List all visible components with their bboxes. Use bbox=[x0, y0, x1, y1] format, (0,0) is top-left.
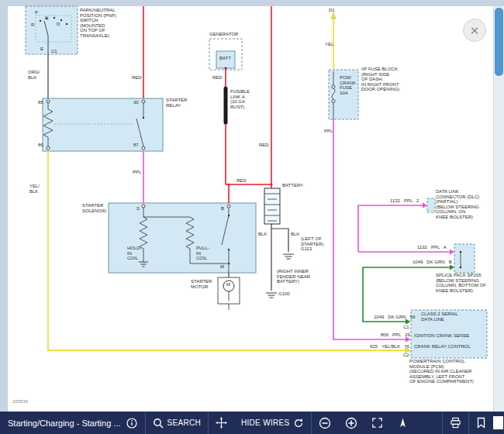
zoom-out-icon bbox=[319, 417, 331, 429]
printer-icon bbox=[450, 417, 461, 429]
search-button-label: SEARCH bbox=[167, 418, 201, 427]
hide-wires-label: HIDE WIRES bbox=[241, 418, 289, 427]
pan-tool-button[interactable] bbox=[209, 412, 234, 434]
diagram-canvas[interactable] bbox=[8, 6, 494, 412]
scrollbar-thumb[interactable] bbox=[495, 8, 503, 76]
zoom-in-button[interactable] bbox=[338, 412, 364, 434]
close-button[interactable]: ✕ bbox=[463, 19, 486, 42]
search-icon bbox=[153, 418, 164, 429]
refresh-icon bbox=[293, 418, 304, 429]
scrollbar-corner bbox=[493, 416, 503, 429]
fit-screen-icon bbox=[371, 417, 383, 429]
bookmark-button[interactable] bbox=[469, 412, 493, 434]
print-button[interactable] bbox=[443, 412, 468, 434]
info-icon[interactable] bbox=[126, 418, 137, 429]
bottom-toolbar: Starting/Charging - Starting ... SEARCH … bbox=[0, 412, 504, 434]
hide-wires-button[interactable]: HIDE WIRES bbox=[234, 412, 311, 434]
zoom-out-button[interactable] bbox=[312, 412, 338, 434]
search-button[interactable]: SEARCH bbox=[146, 412, 208, 434]
diagram-title-area: Starting/Charging - Starting ... bbox=[0, 418, 145, 429]
vertical-scrollbar[interactable] bbox=[493, 6, 504, 412]
pan-icon bbox=[216, 417, 227, 429]
fit-screen-button[interactable] bbox=[364, 412, 390, 434]
close-icon: ✕ bbox=[470, 24, 480, 37]
compass-button[interactable] bbox=[390, 412, 416, 434]
compass-icon bbox=[397, 417, 409, 429]
diagram-title: Starting/Charging - Starting ... bbox=[8, 418, 121, 428]
bookmark-icon bbox=[476, 417, 486, 429]
zoom-in-icon bbox=[345, 417, 357, 429]
diagram-viewer: PARK/NEUTRAL POSITION (PNP) SWITCH (MOUN… bbox=[0, 0, 504, 434]
